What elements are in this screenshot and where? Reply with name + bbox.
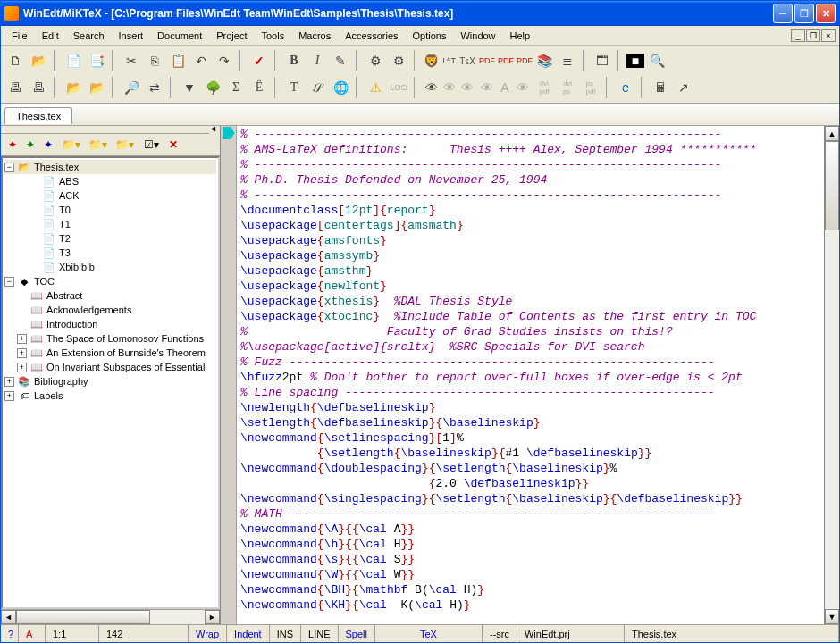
acrobat-button[interactable]: A (496, 77, 513, 98)
tree-item[interactable]: +🏷Labels (4, 388, 216, 403)
browser-button[interactable]: e (615, 77, 636, 98)
scroll-up-button[interactable]: ▲ (825, 126, 839, 141)
project-tree[interactable]: −📂Thesis.tex📄ABS📄ACK📄T0📄T1📄T2📄T3📄Xbib.bi… (1, 156, 220, 609)
status-line[interactable]: LINE (301, 625, 338, 642)
italic-button[interactable]: I (307, 50, 328, 71)
tree-folder2-button[interactable]: 📁▾ (85, 137, 110, 153)
latex-button[interactable]: LᴬT (441, 50, 458, 71)
hscroll-thumb[interactable] (16, 610, 150, 624)
minimize-button[interactable]: ─ (773, 4, 793, 23)
maximize-button[interactable]: ❐ (794, 4, 814, 23)
tree-item[interactable]: +📖An Extension of Burnside's Theorem (4, 346, 216, 360)
scroll-down-button[interactable]: ▼ (825, 609, 839, 624)
pspdf-button[interactable]: pspdf (580, 77, 601, 98)
menu-tools[interactable]: Tools (254, 29, 291, 43)
tree-folder-button[interactable]: 📁▾ (58, 137, 83, 153)
menu-macros[interactable]: Macros (291, 29, 338, 43)
project-button[interactable]: 📂 (86, 77, 107, 98)
gsview-button[interactable]: 👁 (478, 77, 495, 98)
tree-remove-button[interactable]: ✕ (165, 137, 181, 153)
expand-icon[interactable]: + (4, 391, 14, 401)
menu-search[interactable]: Search (66, 29, 112, 43)
menu-insert[interactable]: Insert (112, 29, 151, 43)
tree-toggle-button[interactable]: 🌳 (202, 77, 223, 98)
symbol-button[interactable]: 𝒮 (307, 77, 328, 98)
menu-accessories[interactable]: Accessories (338, 29, 405, 43)
menu-file[interactable]: File (4, 29, 35, 43)
tex-lion-button[interactable]: 🦁 (423, 50, 440, 71)
edot-button[interactable]: Ë (248, 77, 270, 98)
menu-help[interactable]: Help (503, 29, 538, 43)
document-tab[interactable]: Thesis.tex (4, 107, 72, 124)
mdi-minimize-button[interactable]: _ (791, 29, 805, 42)
scroll-right-button[interactable]: ► (205, 610, 220, 624)
status-spell[interactable]: Spell (339, 625, 375, 642)
tree-item[interactable]: 📄T3 (4, 246, 216, 260)
mdi-restore-button[interactable]: ❐ (806, 29, 820, 42)
tree-item[interactable]: +📚Bibliography (4, 374, 216, 388)
bibtex-button[interactable]: 📚 (533, 50, 555, 71)
tex-button[interactable]: TᴇX (458, 50, 476, 71)
status-indent[interactable]: Indent (227, 625, 270, 642)
status-help[interactable]: ? (1, 625, 19, 642)
filter-button[interactable]: ▼ (179, 77, 200, 98)
emphasis-button[interactable]: ✎ (330, 50, 351, 71)
panel-hscrollbar[interactable]: ◄ ► (1, 609, 220, 624)
expand-icon[interactable]: − (4, 163, 14, 172)
mdi-close-button[interactable]: × (821, 29, 836, 42)
find-in-files-button[interactable]: 🔍 (646, 50, 668, 71)
editor-vscrollbar[interactable]: ▲ ▼ (824, 126, 839, 624)
redo-button[interactable]: ↷ (214, 50, 235, 71)
tree-mark-button[interactable]: ✦ (40, 137, 56, 153)
copy-button[interactable]: ⎘ (144, 50, 165, 71)
save-all-button[interactable]: 📑 (86, 50, 107, 71)
cut-button[interactable]: ✂ (121, 50, 142, 71)
text-button[interactable]: T (283, 77, 305, 98)
print-preview-button[interactable]: 🖶 (28, 77, 49, 98)
tree-item[interactable]: 📄T1 (4, 217, 216, 231)
dvipdf-button[interactable]: dvipdf (533, 77, 555, 98)
find-button[interactable]: 🔎 (121, 77, 142, 98)
expand-icon[interactable]: + (17, 348, 27, 358)
tree-set-button[interactable]: ✦ (4, 137, 21, 153)
expand-icon[interactable]: + (4, 377, 14, 387)
pdflatex-button[interactable]: PDF (478, 50, 496, 71)
tree-item[interactable]: 📄ABS (4, 174, 216, 188)
dvisearch-button[interactable]: 👁 (459, 77, 476, 98)
tree-item[interactable]: −◆TOC (4, 274, 216, 288)
pdftexify-button[interactable]: PDF (516, 50, 533, 71)
text-editor[interactable]: % --------------------------------------… (237, 126, 824, 624)
open-buttonier[interactable]: 📂 (28, 50, 49, 71)
options-button[interactable]: 🗔 (592, 50, 613, 71)
log-button[interactable]: LOG (388, 77, 409, 98)
close-button[interactable]: ✕ (816, 4, 836, 23)
spellcheck-button[interactable]: ✓ (248, 50, 270, 71)
tree-check-button[interactable]: ☑▾ (139, 137, 164, 153)
save-button[interactable]: 📄 (63, 50, 84, 71)
recent-button[interactable]: 📂 (63, 77, 84, 98)
calculator-button[interactable]: 🖩 (650, 77, 671, 98)
pdftex-button[interactable]: PDF (497, 50, 515, 71)
bookmark-icon[interactable] (223, 127, 235, 139)
compile-button[interactable]: ⚙ (365, 50, 386, 71)
paste-button[interactable]: 📋 (167, 50, 189, 71)
scroll-left-button[interactable]: ◄ (1, 610, 16, 624)
warning-button[interactable]: ⚠ (365, 77, 386, 98)
tree-item[interactable]: 📄T2 (4, 231, 216, 246)
tree-item[interactable]: 📖Acknowledgements (4, 303, 216, 317)
dviview-button[interactable]: 👁 (441, 77, 458, 98)
yap-button[interactable]: 👁 (423, 77, 440, 98)
sigma-button[interactable]: Σ (225, 77, 247, 98)
compile-all-button[interactable]: ⚙ (388, 50, 409, 71)
web-button[interactable]: 🌐 (330, 77, 351, 98)
status-ins[interactable]: INS (270, 625, 301, 642)
tree-add-button[interactable]: ✦ (22, 137, 38, 153)
tree-item[interactable]: +📖On Invariant Subspaces of Essentiall (4, 360, 216, 374)
tree-item[interactable]: 📖Abstract (4, 288, 216, 303)
status-tex[interactable]: TeX (375, 625, 483, 642)
external-button[interactable]: ↗ (673, 77, 694, 98)
menu-edit[interactable]: Edit (35, 29, 66, 43)
dvips-button[interactable]: dvips (557, 77, 578, 98)
tree-item[interactable]: 📄T0 (4, 203, 216, 217)
new-document-button[interactable]: 🗋 (4, 50, 26, 71)
